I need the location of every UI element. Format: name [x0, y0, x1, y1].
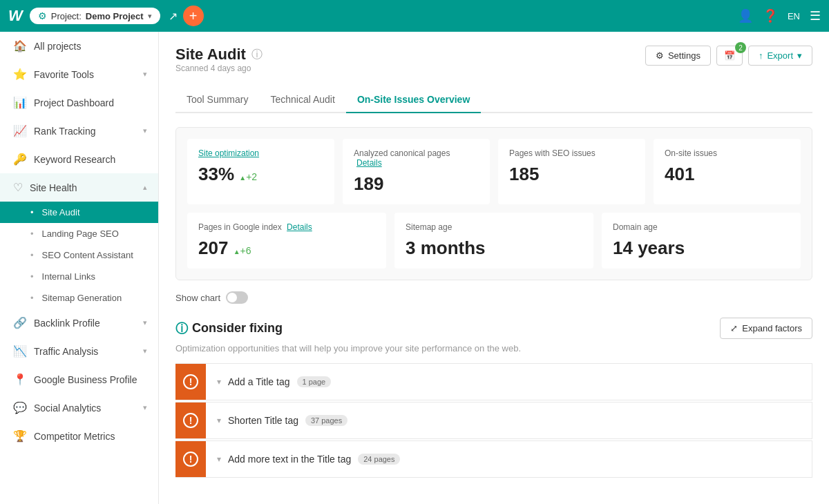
- settings-button[interactable]: ⚙ Settings: [645, 46, 711, 66]
- site-optimization-link[interactable]: Site optimization: [198, 148, 259, 158]
- show-chart-label: Show chart: [175, 293, 220, 303]
- exclamation-icon: !: [183, 452, 198, 467]
- sidebar-item-site-health[interactable]: ♡ Site Health ▴: [0, 173, 158, 202]
- location-icon: 📍: [13, 373, 27, 386]
- page-title: Site Audit: [175, 46, 246, 64]
- stat-value: 14 years: [613, 238, 790, 259]
- sidebar-sub-item-seo-content-assistant[interactable]: SEO Content Assistant: [0, 244, 158, 266]
- show-chart-toggle[interactable]: [226, 291, 248, 304]
- stat-value: 401: [665, 164, 790, 185]
- sidebar-item-backlink-profile[interactable]: 🔗 Backlink Profile ▾: [0, 309, 158, 337]
- issue-badge: 24 pages: [358, 454, 400, 465]
- chevron-down-icon[interactable]: ▾: [217, 416, 221, 425]
- sidebar-item-traffic-analysis[interactable]: 📉 Traffic Analysis ▾: [0, 337, 158, 365]
- sidebar-item-label: Site Health: [30, 182, 136, 193]
- export-button[interactable]: ↑ Export ▾: [748, 46, 812, 66]
- sidebar-item-rank-tracking[interactable]: 📈 Rank Tracking ▾: [0, 117, 158, 145]
- chevron-down-icon[interactable]: ▾: [217, 454, 221, 464]
- logo: W: [8, 7, 23, 25]
- stat-change: +2: [239, 171, 257, 182]
- sidebar-item-project-dashboard[interactable]: 📊 Project Dashboard: [0, 88, 158, 117]
- expand-factors-button[interactable]: ⤢ Expand factors: [720, 318, 812, 339]
- stat-label: Sitemap age: [406, 222, 582, 232]
- add-project-button[interactable]: +: [183, 6, 204, 26]
- issue-severity-indicator: !: [175, 403, 206, 438]
- stat-value: 189: [354, 173, 479, 195]
- external-link-button[interactable]: ↗: [166, 7, 180, 26]
- stat-card-sitemap-age: Sitemap age 3 months: [394, 213, 593, 269]
- help-icon[interactable]: ❓: [763, 8, 778, 23]
- stats-row-2: Pages in Google index Details 207 +6 Sit…: [187, 213, 801, 269]
- top-navigation: W ⚙ Project: Demo Project ▾ ↗ + 👤 ❓ EN ☰: [0, 0, 829, 32]
- analyzed-canonical-details-link[interactable]: Details: [356, 158, 382, 168]
- project-label: Project:: [51, 11, 82, 21]
- sub-item-label: Site Audit: [42, 207, 80, 217]
- sub-item-label: Sitemap Generation: [42, 293, 122, 303]
- chevron-down-icon: ▾: [143, 70, 147, 79]
- social-icon: 💬: [13, 401, 27, 414]
- issue-content: ▾ Shorten Title tag 37 pages: [206, 407, 812, 434]
- chevron-down-icon: ▾: [143, 347, 147, 356]
- chevron-down-icon: ▾: [148, 12, 152, 21]
- stat-value: 33% +2: [198, 164, 323, 185]
- stat-card-domain-age: Domain age 14 years: [602, 213, 801, 269]
- sidebar-sub-item-site-audit[interactable]: Site Audit: [0, 202, 158, 223]
- sidebar-item-label: All projects: [34, 41, 147, 52]
- language-selector[interactable]: EN: [788, 11, 800, 21]
- sidebar-item-favorite-tools[interactable]: ⭐ Favorite Tools ▾: [0, 60, 158, 88]
- tab-technical-audit[interactable]: Technical Audit: [259, 87, 345, 113]
- stat-card-analyzed-canonical: Analyzed canonical pages Details 189: [343, 139, 490, 204]
- issue-badge: 1 page: [297, 376, 332, 387]
- issue-name: Add a Title tag: [228, 376, 290, 387]
- sidebar-item-competitor-metrics[interactable]: 🏆 Competitor Metrics: [0, 422, 158, 450]
- stats-row-1: Site optimization 33% +2 Analyzed canoni…: [187, 139, 801, 204]
- heart-icon: ♡: [13, 181, 23, 194]
- sidebar-item-label: Rank Tracking: [34, 126, 136, 137]
- sidebar-item-label: Backlink Profile: [34, 318, 136, 329]
- exclamation-icon: !: [183, 374, 198, 389]
- page-title-row: Site Audit ⓘ: [175, 46, 263, 64]
- sidebar-item-label: Keyword Research: [34, 154, 147, 165]
- main-content: Site Audit ⓘ Scanned 4 days ago ⚙ Settin…: [159, 32, 829, 504]
- issue-list: ! ▾ Add a Title tag 1 page ! ▾ Shorten T…: [175, 363, 812, 478]
- chevron-down-icon[interactable]: ▾: [217, 377, 221, 387]
- title-area: Site Audit ⓘ Scanned 4 days ago: [175, 46, 263, 83]
- sidebar-sub-item-sitemap-generation[interactable]: Sitemap Generation: [0, 287, 158, 309]
- chevron-down-icon: ▾: [143, 318, 147, 327]
- stat-card-site-optimization: Site optimization 33% +2: [187, 139, 334, 204]
- stat-label: Pages in Google index Details: [198, 222, 375, 232]
- issue-content: ▾ Add more text in the Title tag 24 page…: [206, 445, 812, 473]
- stat-label: Domain age: [613, 222, 790, 232]
- sidebar-item-keyword-research[interactable]: 🔑 Keyword Research: [0, 145, 158, 173]
- sub-item-label: SEO Content Assistant: [42, 250, 133, 260]
- stat-card-on-site-issues: On-site issues 401: [654, 139, 801, 204]
- sub-item-label: Landing Page SEO: [42, 229, 119, 239]
- info-icon[interactable]: ⓘ: [251, 48, 263, 62]
- calendar-button[interactable]: 📅 2: [716, 46, 743, 66]
- trophy-icon: 🏆: [13, 429, 27, 443]
- stats-section: Site optimization 33% +2 Analyzed canoni…: [175, 127, 812, 280]
- account-icon[interactable]: 👤: [738, 8, 753, 23]
- stat-card-pages-seo-issues: Pages with SEO issues 185: [498, 139, 645, 204]
- tab-on-site-issues[interactable]: On-Site Issues Overview: [346, 87, 481, 113]
- sidebar-item-label: Project Dashboard: [34, 97, 147, 108]
- expand-icon: ⤢: [730, 323, 738, 333]
- section-title: ⓘ Consider fixing: [175, 320, 283, 337]
- sidebar-item-google-business[interactable]: 📍 Google Business Profile: [0, 365, 158, 394]
- project-selector[interactable]: ⚙ Project: Demo Project ▾: [30, 8, 160, 24]
- stat-label: Pages with SEO issues: [509, 148, 634, 158]
- menu-icon[interactable]: ☰: [810, 8, 821, 23]
- export-icon: ↑: [759, 50, 763, 61]
- tab-tool-summary[interactable]: Tool Summary: [175, 87, 259, 113]
- issue-badge: 37 pages: [305, 415, 347, 426]
- sidebar-sub-item-landing-page-seo[interactable]: Landing Page SEO: [0, 223, 158, 244]
- sidebar-item-all-projects[interactable]: 🏠 All projects: [0, 32, 158, 60]
- stat-label: Analyzed canonical pages Details: [354, 148, 479, 168]
- google-index-details-link[interactable]: Details: [287, 222, 312, 232]
- sidebar-sub-item-internal-links[interactable]: Internal Links: [0, 266, 158, 287]
- star-icon: ⭐: [13, 68, 27, 81]
- issue-severity-indicator: !: [175, 441, 206, 477]
- exclamation-icon: !: [183, 413, 198, 428]
- stat-label: On-site issues: [665, 148, 790, 158]
- sidebar-item-social-analytics[interactable]: 💬 Social Analytics ▾: [0, 394, 158, 422]
